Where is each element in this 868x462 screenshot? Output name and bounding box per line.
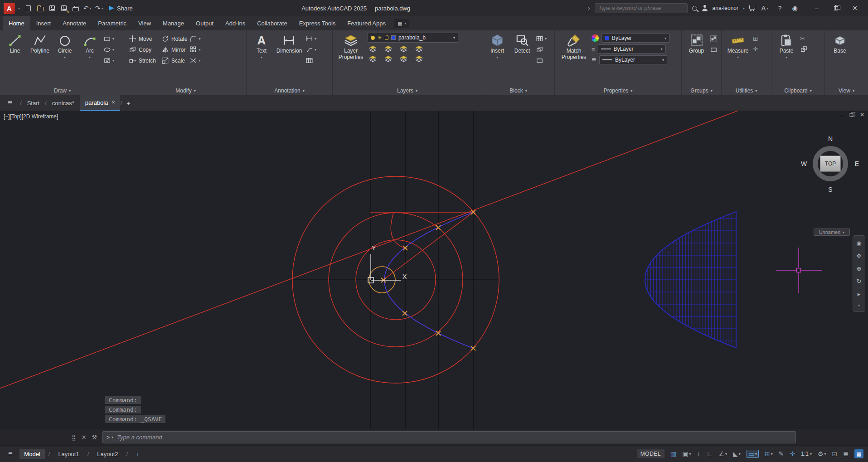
circle-button[interactable]: Circle▾ [53,33,76,59]
polar-tracking-toggle[interactable]: ∠▾ [718,450,727,457]
statusbar-menu-icon[interactable]: ≡ [5,450,16,458]
block-editor-button[interactable] [536,57,547,64]
minimize-button[interactable]: – [807,0,826,16]
viewcube-top-face[interactable]: TOP [820,156,841,172]
trim-button[interactable]: ▾ [189,57,200,64]
properties-panel-title[interactable]: Properties▾ [555,86,681,95]
plot-button[interactable] [70,3,81,14]
save-as-button[interactable]: ✎ [58,3,69,14]
command-close-icon[interactable]: ✕ [82,434,87,441]
dimension-button[interactable]: Dimension [275,33,303,54]
rotate-button[interactable]: Rotate [161,35,187,43]
group-button[interactable]: Group [685,33,708,54]
layer-previous-icon[interactable] [399,55,408,63]
showmotion-icon[interactable]: ▸ [858,291,861,297]
layer-make-current-icon[interactable] [369,55,377,63]
ribbon-tab-featured-apps[interactable]: Featured Apps [341,16,392,30]
model-tab[interactable]: Model [19,449,44,459]
array-button[interactable]: ▾ [189,46,200,53]
lineweight-dropdown[interactable]: ByLayer▾ [598,44,666,53]
layer-match-icon[interactable] [384,55,393,63]
annotation-panel-title[interactable]: Annotation▾ [247,86,332,95]
orbit-icon[interactable]: ↻ [857,278,862,285]
user-menu-caret-icon[interactable]: ▾ [743,6,745,10]
ribbon-tab-annotate[interactable]: Annotate [57,16,92,30]
stretch-button[interactable]: Stretch [129,57,156,64]
undo-button[interactable]: ↶▾ [82,3,92,14]
base-button[interactable]: Base [829,33,851,54]
ortho-toggle[interactable]: ∟ [707,450,713,457]
layer-off-icon[interactable] [369,45,377,53]
clipboard-panel-title[interactable]: Clipboard▾ [771,86,824,95]
file-tab-conicas[interactable]: conicas* [47,95,80,111]
cart-icon[interactable] [749,5,755,10]
model-space-badge[interactable]: MODEL [637,449,664,458]
paraboloid-mesh[interactable] [645,212,736,348]
linetype-dropdown[interactable]: ByLayer▾ [599,55,667,64]
file-tabs-menu-icon[interactable]: ≡ [0,95,20,111]
layout1-tab[interactable]: Layout1 [53,449,83,459]
dynamic-input-toggle[interactable]: + [697,450,701,457]
isodraft-toggle[interactable]: ◣▾ [733,450,741,457]
viewport-minimize-icon[interactable]: – [840,112,843,118]
search-expand-icon[interactable]: › [588,5,590,12]
ribbon-tab-manage[interactable]: Manage [157,16,190,30]
search-icon[interactable] [692,6,697,11]
move-button[interactable]: Move [129,35,156,43]
modify-panel-title[interactable]: Modify▾ [125,86,246,95]
new-file-button[interactable] [23,3,34,14]
snap-toggle[interactable]: ▣▾ [682,450,691,457]
layer-freeze-icon[interactable] [399,45,408,53]
command-grip-icon[interactable]: ⣿ [72,434,76,441]
ribbon-tab-parametric[interactable]: Parametric [92,16,132,30]
apps-button[interactable]: A▾ [760,3,770,14]
groups-panel-title[interactable]: Groups▾ [682,86,721,95]
hatch-tool-button[interactable]: ▾ [103,57,114,64]
insert-button[interactable]: Insert▾ [486,33,509,59]
block-panel-title[interactable]: Block▾ [482,86,554,95]
new-layout-button[interactable]: + [131,449,144,459]
ribbon-tab-home[interactable]: Home [3,16,30,30]
ribbon-tab-express-tools[interactable]: Express Tools [293,16,342,30]
copy-clip-button[interactable] [800,45,808,53]
object-color-dropdown[interactable]: ByLayer▾ [601,34,669,43]
group-edit-button[interactable] [710,46,718,53]
layer-unisolate-icon[interactable] [415,55,423,63]
layer-lock-tool-icon[interactable] [415,45,423,53]
draw-panel-title[interactable]: Draw▾ [0,86,125,95]
drawing-viewport[interactable]: Y X [−][Top][2D Wireframe] – ✕ N W E S T… [0,111,868,429]
layer-properties-button[interactable]: Layer Properties [336,33,365,61]
command-input[interactable] [117,434,792,441]
command-prompt-button[interactable]: > ▾ [107,434,113,441]
viewcube-east[interactable]: E [855,160,859,167]
close-button[interactable]: ✕ [845,0,864,16]
create-block-button[interactable] [536,46,547,53]
layer-isolate-icon[interactable] [384,45,393,53]
ribbon-tab-collaborate[interactable]: Collaborate [251,16,293,30]
paste-button[interactable]: Paste▾ [775,33,798,59]
ellipse-tool-button[interactable]: ▾ [103,46,114,53]
assistant-button[interactable]: ◉ [790,3,800,14]
cut-button[interactable]: ✂ [800,35,808,42]
arc-button[interactable]: Arc▾ [78,33,101,59]
layers-panel-title[interactable]: Layers▾ [333,86,482,95]
text-button[interactable]: AText▾ [250,33,273,59]
line-button[interactable]: Line [4,33,26,54]
viewport-close-icon[interactable]: ✕ [860,112,864,118]
ribbon-tab-view[interactable]: View [132,16,157,30]
copy-button[interactable]: Copy [129,46,156,53]
help-button[interactable]: ? [775,3,785,14]
ribbon-tab-addins[interactable]: Add-ins [219,16,251,30]
table-button[interactable] [305,57,316,64]
crosshair-toggle[interactable]: ✛ [790,450,795,457]
ribbon-tab-insert[interactable]: Insert [30,16,57,30]
user-name[interactable]: ana-leonor [713,5,738,11]
polyline-button[interactable]: Polyline [29,33,51,54]
ungroup-button[interactable] [710,35,718,43]
annotation-monitor-toggle[interactable]: ⊡ [832,450,838,457]
layer-dropdown[interactable]: ☀ parabola_b ▾ [368,33,458,43]
annotation-scale-button[interactable]: 1:1▾ [801,451,812,457]
graphics-performance-button[interactable]: ≣ [843,450,849,457]
measure-button[interactable]: Measure▾ [725,33,751,59]
match-properties-button[interactable]: Match Properties [558,33,589,61]
